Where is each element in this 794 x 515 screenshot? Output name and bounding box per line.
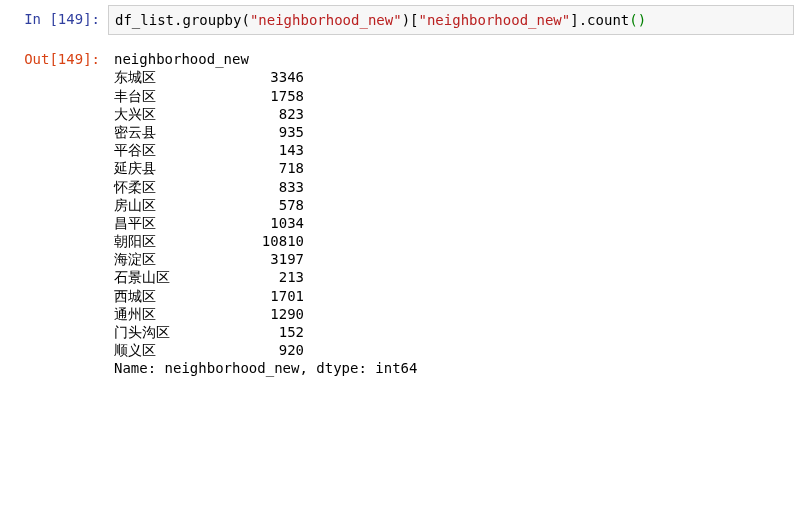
row-label: 大兴区 (114, 105, 244, 123)
code-token: . (579, 12, 587, 28)
row-label: 平谷区 (114, 141, 244, 159)
output-footer: Name: neighborhood_new, dtype: int64 (114, 359, 788, 377)
row-label: 通州区 (114, 305, 244, 323)
row-value: 152 (244, 323, 304, 341)
code-token: () (629, 12, 646, 28)
table-row: 门头沟区152 (114, 323, 788, 341)
row-label: 门头沟区 (114, 323, 244, 341)
row-value: 10810 (244, 232, 304, 250)
code-string: "neighborhood_new" (419, 12, 571, 28)
table-row: 通州区1290 (114, 305, 788, 323)
code-token: [ (410, 12, 418, 28)
row-value: 833 (244, 178, 304, 196)
row-label: 朝阳区 (114, 232, 244, 250)
row-value: 1758 (244, 87, 304, 105)
code-token: ) (402, 12, 410, 28)
table-row: 朝阳区10810 (114, 232, 788, 250)
out-prompt: Out[149]: (0, 45, 108, 382)
row-value: 718 (244, 159, 304, 177)
row-label: 房山区 (114, 196, 244, 214)
row-value: 143 (244, 141, 304, 159)
row-label: 延庆县 (114, 159, 244, 177)
code-token: ( (241, 12, 249, 28)
table-row: 平谷区143 (114, 141, 788, 159)
table-row: 密云县935 (114, 123, 788, 141)
table-row: 房山区578 (114, 196, 788, 214)
table-row: 昌平区1034 (114, 214, 788, 232)
row-value: 213 (244, 268, 304, 286)
row-label: 海淀区 (114, 250, 244, 268)
row-value: 578 (244, 196, 304, 214)
table-row: 石景山区213 (114, 268, 788, 286)
row-value: 920 (244, 341, 304, 359)
row-label: 顺义区 (114, 341, 244, 359)
row-value: 3197 (244, 250, 304, 268)
code-token: groupby (182, 12, 241, 28)
row-label: 丰台区 (114, 87, 244, 105)
row-label: 怀柔区 (114, 178, 244, 196)
row-label: 昌平区 (114, 214, 244, 232)
output-header: neighborhood_new (114, 50, 788, 68)
table-row: 东城区3346 (114, 68, 788, 86)
table-row: 丰台区1758 (114, 87, 788, 105)
row-value: 3346 (244, 68, 304, 86)
table-row: 顺义区920 (114, 341, 788, 359)
code-token: ] (570, 12, 578, 28)
code-token: df_list (115, 12, 174, 28)
row-value: 1290 (244, 305, 304, 323)
input-cell: In [149]: df_list.groupby("neighborhood_… (0, 0, 794, 40)
row-value: 823 (244, 105, 304, 123)
code-token: count (587, 12, 629, 28)
table-row: 怀柔区833 (114, 178, 788, 196)
row-value: 1701 (244, 287, 304, 305)
row-label: 东城区 (114, 68, 244, 86)
output-rows: 东城区3346丰台区1758大兴区823密云县935平谷区143延庆县718怀柔… (114, 68, 788, 359)
code-string: "neighborhood_new" (250, 12, 402, 28)
output-cell: Out[149]: neighborhood_new东城区3346丰台区1758… (0, 40, 794, 387)
table-row: 海淀区3197 (114, 250, 788, 268)
row-label: 密云县 (114, 123, 244, 141)
row-value: 935 (244, 123, 304, 141)
row-value: 1034 (244, 214, 304, 232)
table-row: 西城区1701 (114, 287, 788, 305)
output-text: neighborhood_new东城区3346丰台区1758大兴区823密云县9… (108, 45, 794, 382)
row-label: 西城区 (114, 287, 244, 305)
table-row: 延庆县718 (114, 159, 788, 177)
table-row: 大兴区823 (114, 105, 788, 123)
row-label: 石景山区 (114, 268, 244, 286)
code-input[interactable]: df_list.groupby("neighborhood_new")["nei… (108, 5, 794, 35)
in-prompt: In [149]: (0, 5, 108, 35)
